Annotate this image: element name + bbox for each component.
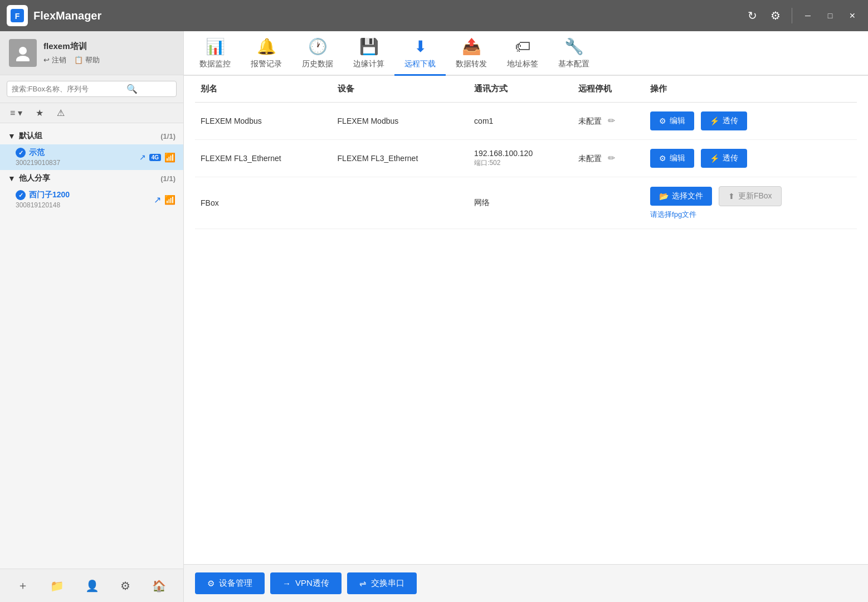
row2-remote-stop: 未配置 ✏ [573,140,645,177]
remote-download-icon: ⬇ [414,37,427,56]
tabs-bar: 📊 数据监控 🔔 报警记录 🕐 历史数据 💾 边缘计算 ⬇ 远程下载 📤 [184,31,868,76]
folder-button[interactable]: 📁 [46,577,69,595]
data-monitor-icon: 📊 [206,37,225,56]
share-icon: ↗ [154,195,161,205]
remote-download-table: 别名 设备 通讯方式 远程停机 操作 FLEXEM Modbus FLEXEM … [195,76,857,229]
tab-remote-download[interactable]: ⬇ 远程下载 [394,32,446,76]
device-mgmt-button[interactable]: ⚙ 设备管理 [195,572,265,594]
tab-address-tag-label: 地址标签 [507,59,538,69]
data-forward-icon: 📤 [462,37,481,56]
group-header-default[interactable]: ▼ 默认组 (1/1) [0,128,183,144]
row3-comm: 网络 [469,177,572,229]
select-file-button[interactable]: 📂 选择文件 [650,187,712,206]
edit-button-row2[interactable]: ⚙ 编辑 [650,149,694,168]
device-list: ▼ 默认组 (1/1) ✓ 示范 300219010837 ↗ 4G 📶 [0,123,183,569]
tab-basic-config-label: 基本配置 [558,59,589,69]
table-row: FLEXEM Modbus FLEXEM Modbus com1 未配置 ✏ ⚙… [195,103,857,140]
add-device-button[interactable]: ＋ [13,576,33,595]
logout-icon: ↩ [43,56,50,64]
chevron-down-icon-2: ▼ [8,174,16,183]
badge-4g: 4G [149,154,161,161]
tab-data-forward[interactable]: 📤 数据转发 [446,32,497,76]
address-tag-icon: 🏷 [515,37,530,56]
settings-icon[interactable]: ⚙ [766,7,785,25]
maximize-button[interactable]: □ [821,8,839,23]
tab-history-data[interactable]: 🕐 历史数据 [292,32,343,76]
user-area: flexem培训 ↩ 注销 📋 帮助 [0,31,183,75]
list-filter-button[interactable]: ≡ ▾ [8,106,25,119]
row3-actions: 📂 选择文件 ⬆ 更新FBox 请选择fpg文件 [645,177,857,229]
help-button[interactable]: 📋 帮助 [74,55,100,65]
device-item-siemens[interactable]: ✓ 西门子1200 300819120148 ↗ 📶 [0,187,183,212]
lightning-icon-row1: ⚡ [710,116,719,125]
device-sn-shifan: 300219010837 [16,159,60,167]
user-manage-button[interactable]: 👤 [81,577,104,595]
close-button[interactable]: ✕ [843,8,861,23]
svg-point-3 [16,56,30,61]
star-filter-button[interactable]: ★ [33,106,46,119]
serial-switch-button[interactable]: ⇌ 交换串口 [347,572,417,594]
folder-icon-row3: 📂 [659,192,669,201]
search-icon[interactable]: 🔍 [126,84,138,94]
row2-device: FLEXEM FL3_Ethernet [332,140,469,177]
svg-text:F: F [15,12,20,21]
update-fbox-button[interactable]: ⬆ 更新FBox [719,186,782,206]
serial-switch-icon: ⇌ [359,579,367,589]
edit-icon-row1[interactable]: ✏ [608,116,615,125]
bottom-toolbar: ⚙ 设备管理 → VPN透传 ⇌ 交换串口 [184,564,868,602]
tab-data-monitor[interactable]: 📊 数据监控 [189,32,241,76]
transfer-button-row1[interactable]: ⚡ 透传 [701,111,747,130]
transfer-button-row2[interactable]: ⚡ 透传 [701,149,747,168]
vpn-button[interactable]: → VPN透传 [270,572,342,594]
user-actions: ↩ 注销 📋 帮助 [43,55,100,65]
refresh-icon[interactable]: ↻ [743,7,762,25]
lightning-icon-row2: ⚡ [710,154,719,163]
app-logo: F [7,5,28,26]
search-input[interactable] [12,85,123,93]
alert-filter-button[interactable]: ⚠ [55,106,67,119]
svg-point-2 [19,47,27,55]
edit-button-row1[interactable]: ⚙ 编辑 [650,111,694,130]
group-count-shared: (1/1) [160,174,175,183]
tab-remote-download-label: 远程下载 [404,59,436,69]
tab-alarm-log[interactable]: 🔔 报警记录 [241,32,292,76]
tab-edge-compute[interactable]: 💾 边缘计算 [343,32,394,76]
device-item-left-siemens: ✓ 西门子1200 300819120148 [16,190,70,209]
settings-button[interactable]: ⚙ [116,577,135,595]
home-button[interactable]: 🏠 [148,577,170,595]
logout-button[interactable]: ↩ 注销 [43,55,66,65]
device-name-shifan: ✓ 示范 [16,148,60,158]
basic-config-icon: 🔧 [564,37,584,56]
chevron-down-icon: ▼ [8,132,16,140]
titlebar-controls: ↻ ⚙ ─ □ ✕ [743,7,861,25]
tab-data-monitor-label: 数据监控 [199,59,231,69]
tab-alarm-log-label: 报警记录 [251,59,282,69]
device-item-shifan[interactable]: ✓ 示范 300219010837 ↗ 4G 📶 [0,144,183,170]
tab-basic-config[interactable]: 🔧 基本配置 [548,32,599,76]
main-layout: flexem培训 ↩ 注销 📋 帮助 🔍 [0,31,868,602]
row1-comm: com1 [469,103,572,140]
sidebar-footer: ＋ 📁 👤 ⚙ 🏠 [0,569,183,602]
row2-alias: FLEXEM FL3_Ethernet [195,140,332,177]
app-title: FlexManager [33,9,101,22]
alarm-log-icon: 🔔 [257,37,276,56]
signal-icon: 📶 [164,152,175,163]
row1-actions: ⚙ 编辑 ⚡ 透传 [645,103,857,140]
fpg-hint: 请选择fpg文件 [650,210,851,220]
history-data-icon: 🕐 [308,37,328,56]
table-row: FBox 网络 📂 选择文件 [195,177,857,229]
group-header-shared[interactable]: ▼ 他人分享 (1/1) [0,170,183,187]
avatar [9,39,37,67]
edit-icon-row2[interactable]: ✏ [608,153,615,163]
device-item-right-shifan: ↗ 4G 📶 [139,152,175,163]
device-item-left: ✓ 示范 300219010837 [16,148,60,167]
share-arrow-icon: ↗ [139,153,146,162]
table-row: FLEXEM FL3_Ethernet FLEXEM FL3_Ethernet … [195,140,857,177]
col-actions: 操作 [645,76,857,103]
col-device: 设备 [332,76,469,103]
minimize-button[interactable]: ─ [799,8,817,23]
device-name-siemens: ✓ 西门子1200 [16,190,70,200]
gear-icon-row1: ⚙ [659,116,666,125]
tab-address-tag[interactable]: 🏷 地址标签 [497,32,548,76]
upload-icon-row3: ⬆ [728,192,735,201]
